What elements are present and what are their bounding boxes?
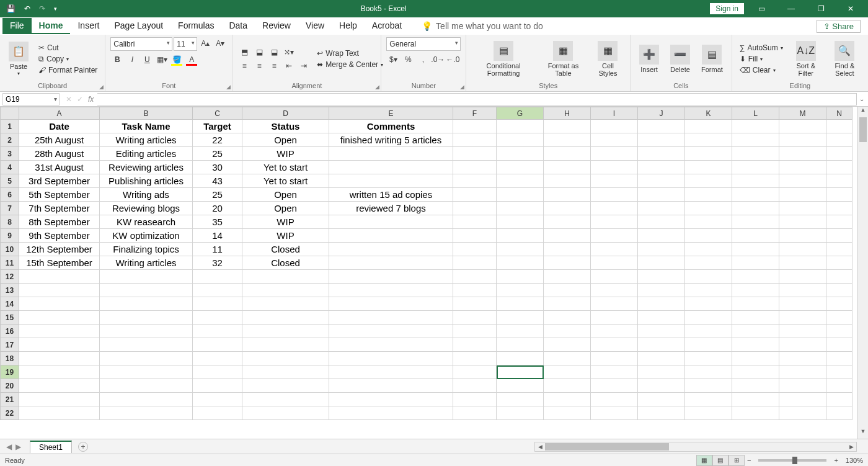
cell-G7[interactable] (497, 202, 544, 215)
cell-B14[interactable] (100, 297, 193, 311)
cell-B3[interactable]: Editing articles (100, 147, 193, 161)
underline-button[interactable]: U (140, 53, 154, 66)
column-header-M[interactable]: M (779, 107, 826, 120)
sort-filter-button[interactable]: A↓ZSort & Filter (789, 40, 823, 78)
cell-I21[interactable] (591, 393, 638, 406)
row-header-9[interactable]: 9 (1, 229, 19, 243)
cell-G5[interactable] (497, 174, 544, 188)
cell-L19[interactable] (732, 365, 779, 379)
cell-L22[interactable] (732, 406, 779, 420)
cell-G2[interactable] (497, 133, 544, 147)
column-header-B[interactable]: B (100, 107, 193, 120)
cell-A9[interactable]: 9th September (19, 229, 100, 243)
cell-F11[interactable] (453, 256, 497, 270)
cell-N11[interactable] (826, 256, 852, 270)
cell-C1[interactable]: Target (193, 120, 242, 133)
cell-K17[interactable] (685, 338, 732, 352)
cell-B20[interactable] (100, 379, 193, 393)
cell-C2[interactable]: 22 (193, 133, 242, 147)
cell-C17[interactable] (193, 338, 242, 352)
cell-K8[interactable] (685, 215, 732, 229)
tab-formulas[interactable]: Formulas (170, 18, 221, 34)
sheet-tab-sheet1[interactable]: Sheet1 (30, 441, 72, 453)
worksheet-grid[interactable]: ABCDEFGHIJKLMN1DateTask NameTargetStatus… (0, 107, 868, 439)
cell-I17[interactable] (591, 338, 638, 352)
cell-G17[interactable] (497, 338, 544, 352)
cell-H11[interactable] (544, 256, 591, 270)
cell-H9[interactable] (544, 229, 591, 243)
column-header-F[interactable]: F (453, 107, 497, 120)
cell-M5[interactable] (779, 174, 826, 188)
cell-E1[interactable]: Comments (329, 120, 453, 133)
row-header-6[interactable]: 6 (1, 188, 19, 202)
cell-E20[interactable] (329, 379, 453, 393)
cell-D18[interactable] (242, 352, 329, 365)
cell-F1[interactable] (453, 120, 497, 133)
share-button[interactable]: ⇪ Share (817, 20, 861, 33)
cell-F21[interactable] (453, 393, 497, 406)
cell-I13[interactable] (591, 284, 638, 297)
cell-A21[interactable] (19, 393, 100, 406)
cell-A20[interactable] (19, 379, 100, 393)
dialog-launcher-icon[interactable]: ◢ (375, 84, 379, 90)
cell-F18[interactable] (453, 352, 497, 365)
cell-N18[interactable] (826, 352, 852, 365)
cell-J11[interactable] (638, 256, 685, 270)
cell-D15[interactable] (242, 311, 329, 325)
cell-F14[interactable] (453, 297, 497, 311)
cell-C10[interactable]: 11 (193, 243, 242, 256)
cell-B19[interactable] (100, 365, 193, 379)
row-header-7[interactable]: 7 (1, 202, 19, 215)
autosum-button[interactable]: ∑AutoSum ▾ (737, 43, 786, 53)
cell-M12[interactable] (779, 270, 826, 284)
tab-acrobat[interactable]: Acrobat (365, 18, 409, 34)
cell-H13[interactable] (544, 284, 591, 297)
cancel-formula-icon[interactable]: ✕ (66, 95, 72, 104)
tab-data[interactable]: Data (221, 18, 255, 34)
tab-file[interactable]: File (2, 18, 32, 34)
cell-M2[interactable] (779, 133, 826, 147)
row-header-16[interactable]: 16 (1, 325, 19, 338)
cell-G6[interactable] (497, 188, 544, 202)
cell-E11[interactable] (329, 256, 453, 270)
font-size-select[interactable]: 11 (174, 37, 197, 51)
cell-A7[interactable]: 7th September (19, 202, 100, 215)
cell-B5[interactable]: Publishing articles (100, 174, 193, 188)
minimize-icon[interactable]: ― (779, 0, 804, 17)
dialog-launcher-icon[interactable]: ◢ (460, 84, 464, 90)
cell-A16[interactable] (19, 325, 100, 338)
cell-J7[interactable] (638, 202, 685, 215)
cell-E2[interactable]: finished writing 5 articles (329, 133, 453, 147)
next-sheet-icon[interactable]: ▶ (16, 442, 21, 451)
page-layout-view-icon[interactable]: ▤ (712, 455, 728, 466)
cell-I9[interactable] (591, 229, 638, 243)
tab-page-layout[interactable]: Page Layout (107, 18, 170, 34)
cell-N10[interactable] (826, 243, 852, 256)
cell-H4[interactable] (544, 161, 591, 174)
cell-G20[interactable] (497, 379, 544, 393)
cell-I6[interactable] (591, 188, 638, 202)
cell-B12[interactable] (100, 270, 193, 284)
add-sheet-icon[interactable]: + (78, 442, 88, 452)
row-header-4[interactable]: 4 (1, 161, 19, 174)
cell-C9[interactable]: 14 (193, 229, 242, 243)
cell-E17[interactable] (329, 338, 453, 352)
cell-J19[interactable] (638, 365, 685, 379)
cell-F22[interactable] (453, 406, 497, 420)
cell-F10[interactable] (453, 243, 497, 256)
column-header-C[interactable]: C (193, 107, 242, 120)
cell-C16[interactable] (193, 325, 242, 338)
cell-K12[interactable] (685, 270, 732, 284)
prev-sheet-icon[interactable]: ◀ (6, 442, 12, 451)
row-header-19[interactable]: 19 (1, 365, 19, 379)
cell-K3[interactable] (685, 147, 732, 161)
cell-K13[interactable] (685, 284, 732, 297)
cell-L21[interactable] (732, 393, 779, 406)
cell-I18[interactable] (591, 352, 638, 365)
cell-F5[interactable] (453, 174, 497, 188)
cell-H10[interactable] (544, 243, 591, 256)
cell-L4[interactable] (732, 161, 779, 174)
column-header-H[interactable]: H (544, 107, 591, 120)
cell-H5[interactable] (544, 174, 591, 188)
cell-E18[interactable] (329, 352, 453, 365)
